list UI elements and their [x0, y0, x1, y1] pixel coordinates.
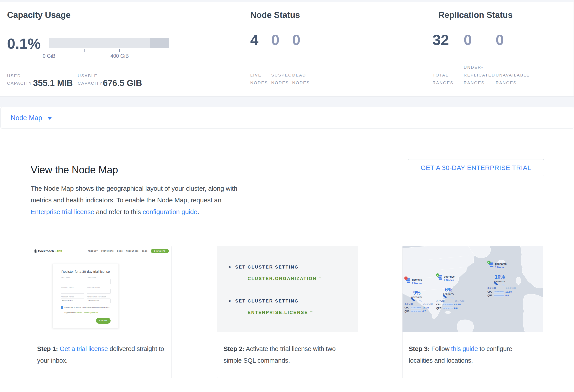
field-reason: REASON FOR INTEREST Please Select [87, 294, 111, 303]
locality-geo-sfo[interactable]: 1 geo=sfo 2 Nodes 9% CAPACITY [406, 278, 435, 313]
locality-geo-nyc[interactable]: ✓ geo=nyc 2 Nodes 6% CAPACITY [438, 275, 467, 310]
usable-capacity-value: 676.5 GiB [103, 79, 142, 87]
capacity-total: 35.1 GiB [423, 302, 433, 305]
company-email-input[interactable] [87, 289, 111, 294]
sql-setting: ENTERPRISE.LICENSE = [248, 310, 313, 315]
locality-node-count: 1 Node [495, 266, 507, 269]
project-phase-select[interactable]: Please Select [61, 299, 84, 303]
cpu-value: 42.5% [454, 303, 461, 306]
field-project-phase: PROJECT PHASE Please Select [61, 294, 84, 303]
enterprise-trial-license-link[interactable]: Enterprise trial license [31, 208, 94, 215]
form-title: Register for a 30-day trial license [53, 270, 119, 273]
live-nodes-count: 4 [250, 32, 258, 48]
license-agreement-checkbox[interactable] [61, 312, 63, 314]
nav-blog[interactable]: BLOG [142, 250, 148, 252]
field-label: COMPANY NAME [61, 286, 84, 288]
license-agreement-link[interactable]: Software License Agreement. [75, 312, 99, 314]
capacity-range: 3.2 GiB 35.1 GiB [405, 302, 433, 305]
cpu-value: 11.0% [422, 306, 429, 309]
brand-name: Cockroach [38, 249, 54, 253]
cluster-overview-page: Capacity Usage 0.1% 0 GiB 400 GiB USED C… [0, 0, 574, 392]
get-trial-license-link[interactable]: Get a trial license [60, 345, 108, 352]
download-button[interactable]: DOWNLOAD [151, 249, 169, 253]
nav-resources[interactable]: RESOURCES [126, 250, 139, 252]
dead-nodes-count: 0 [292, 32, 300, 48]
capacity-tick [119, 49, 120, 52]
capacity-percent: 6% [441, 287, 456, 293]
total-ranges-count: 32 [432, 32, 449, 48]
locality-header: 1 geo=sfo 2 Nodes [406, 278, 435, 285]
company-name-input[interactable] [61, 289, 84, 294]
sql-prompt: > [228, 299, 232, 303]
first-name-input[interactable] [61, 279, 84, 284]
mini-site-header: Cockroach LABS PRODUCT CUSTOMERS DOCS RE… [34, 249, 169, 253]
field-label: COMPANY EMAIL [87, 286, 111, 288]
healthy-badge: ✓ [436, 273, 439, 277]
capacity-used: 3.2 GiB [405, 302, 413, 305]
license-agreement-label: I agree to the Software License Agreemen… [64, 312, 99, 314]
description-text: and refer to this [94, 208, 143, 215]
sql-prompt: > [228, 264, 232, 269]
last-name-input[interactable] [87, 279, 111, 284]
cockroach-bug-icon [34, 249, 37, 253]
capacity-bar: 0 GiB 400 GiB [49, 38, 169, 69]
sql-setting: CLUSTER.ORGANIZATION = [248, 276, 322, 281]
capacity-percent: 0.1% [7, 35, 41, 52]
total-ranges-label: TOTAL RANGES [432, 71, 460, 87]
locality-labels: geo=sfo 2 Nodes [412, 278, 422, 285]
dead-nodes-label: DEAD NODES [292, 71, 316, 87]
qps-sparkline-icon [494, 294, 504, 297]
qps-value: 0.0 [454, 307, 457, 310]
qps-value: 0.0 [505, 294, 509, 297]
description-text: . [197, 208, 199, 215]
capacity-bar-reserved [150, 38, 169, 48]
step-2-card: >SET CLUSTER SETTING CLUSTER.ORGANIZATIO… [217, 246, 358, 378]
locality-node-count: 2 Nodes [444, 279, 455, 282]
step-label: Step 3: [409, 345, 430, 352]
capacity-tick [155, 49, 155, 52]
this-guide-link[interactable]: this guide [451, 345, 478, 352]
qps-sparkline-icon [411, 310, 421, 312]
capacity-gauge: 6% CAPACITY [441, 283, 456, 299]
description-text: The Node Map shows the geographical layo… [31, 185, 237, 204]
nav-customers[interactable]: CUSTOMERS [101, 250, 114, 252]
form-fields: FIRST NAME LAST NAME COMPANY NAME COMPAN… [61, 274, 111, 303]
node-map-dropdown-label: Node Map [11, 114, 42, 122]
email-updates-label: I would like to receive email updates ab… [64, 306, 110, 308]
cpu-sparkline-icon [411, 306, 421, 309]
locality-name: geo=ams [495, 262, 507, 265]
under-replicated-label: UNDER-REPLICATED RANGES [464, 63, 498, 87]
locality-geo-ams[interactable]: ✓ geo=ams 1 Node 10% CAPACITY [489, 262, 518, 297]
locality-node-count: 2 Nodes [412, 282, 422, 285]
node-map-preview: 1 geo=sfo 2 Nodes 9% CAPACITY [403, 246, 543, 332]
capacity-bar-usable [49, 38, 150, 48]
node-map-dropdown[interactable]: Node Map [11, 107, 52, 128]
sql-keyword: SET CLUSTER SETTING [235, 299, 299, 303]
field-last-name: LAST NAME [87, 274, 111, 284]
cpu-sparkline-icon [494, 291, 504, 293]
email-updates-checkbox[interactable] [61, 306, 63, 309]
replication-status-title: Replication Status [438, 10, 513, 20]
capacity-used: 3.7 GiB [436, 299, 445, 302]
reason-select[interactable]: Please Select [87, 299, 111, 303]
capacity-label: CAPACITY [492, 280, 508, 282]
enterprise-trial-button[interactable]: GET A 30-DAY ENTERPRISE TRIAL [408, 159, 544, 176]
step-2-caption: Step 2: Activate the trial license with … [217, 332, 358, 366]
sql-command-line: >SET CLUSTER SETTING [228, 264, 299, 270]
capacity-total: 34.4 GiB [506, 287, 516, 289]
capacity-usage-title: Capacity Usage [7, 10, 71, 20]
qps-stat: QPS 0.0 [436, 307, 467, 310]
nav-product[interactable]: PRODUCT [88, 250, 98, 252]
capacity-tick-label: 400 GiB [106, 53, 133, 59]
submit-button[interactable]: SUBMIT [96, 318, 111, 324]
unavailable-count: 0 [496, 32, 504, 48]
capacity-percent: 9% [409, 290, 425, 296]
capacity-gauge: 9% CAPACITY [409, 287, 425, 302]
panel-gap [0, 96, 574, 107]
suspect-nodes-count: 0 [271, 32, 279, 48]
nav-docs[interactable]: DOCS [117, 250, 123, 252]
cpu-stat: CPU 11.0% [405, 306, 435, 309]
step-1-card: Cockroach LABS PRODUCT CUSTOMERS DOCS RE… [31, 246, 172, 378]
configuration-guide-link[interactable]: configuration guide [143, 208, 197, 215]
mini-site-nav: PRODUCT CUSTOMERS DOCS RESOURCES BLOG DO… [88, 249, 169, 253]
